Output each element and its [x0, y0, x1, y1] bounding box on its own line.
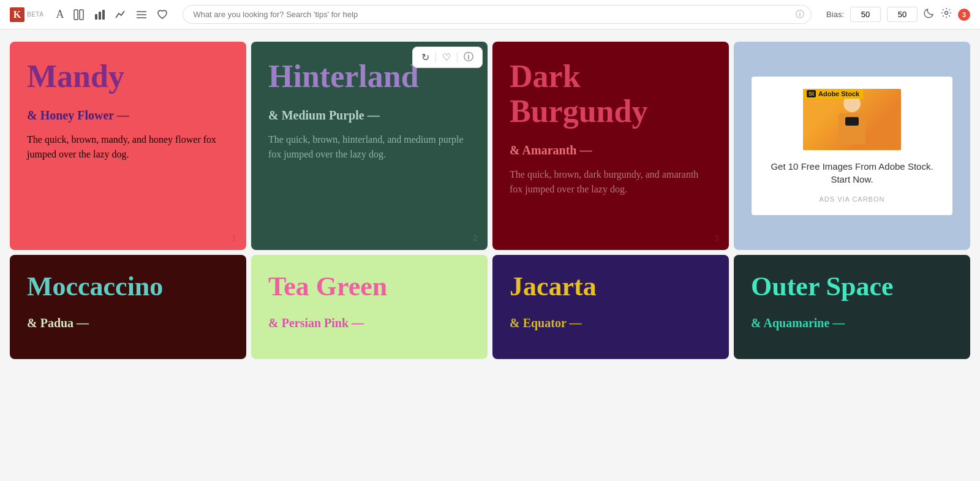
card-hinterland-number: 2 — [473, 233, 478, 243]
card-mandy-title: Mandy — [27, 59, 229, 94]
card-tea-green-subtitle: & Persian Pink — — [268, 316, 470, 330]
svg-point-8 — [945, 12, 948, 15]
card-moccaccino-title: Moccaccino — [27, 272, 229, 301]
card-dark-burgundy-body: The quick, brown, dark burgundy, and ama… — [510, 167, 712, 197]
ad-image: St Adobe Stock — [803, 89, 901, 150]
ad-stock-icon: St — [807, 90, 816, 97]
card-hinterland-subtitle: & Medium Purple — — [268, 108, 470, 123]
svg-rect-0 — [74, 10, 78, 20]
header-right: Bias: 3 — [826, 7, 970, 22]
toolbar-refresh-button[interactable]: ↻ — [418, 50, 433, 64]
card-moccaccino-subtitle: & Padua — — [27, 316, 229, 330]
card-outer-space[interactable]: Outer Space & Aquamarine — — [734, 255, 970, 359]
header-nav-icons: A — [56, 8, 168, 21]
ad-stock-text: Adobe Stock — [818, 90, 859, 97]
header: K BETA A — [0, 0, 980, 29]
svg-rect-3 — [99, 12, 101, 20]
heart-icon[interactable] — [157, 9, 168, 20]
logo[interactable]: K BETA — [10, 7, 43, 22]
chart-icon[interactable] — [94, 9, 105, 20]
font-icon[interactable]: A — [56, 8, 64, 21]
card-mandy[interactable]: Mandy & Honey Flower — The quick, brown,… — [10, 42, 246, 250]
dark-mode-icon[interactable] — [924, 7, 935, 21]
columns-icon[interactable] — [74, 9, 85, 20]
toolbar-info-button[interactable]: ⓘ — [460, 50, 477, 65]
search-input[interactable] — [183, 5, 812, 24]
card-dark-burgundy[interactable]: Dark Burgundy & Amaranth — The quick, br… — [492, 42, 729, 250]
card-outer-space-title: Outer Space — [751, 272, 953, 301]
ad-via: ADS VIA CARBON — [820, 195, 885, 203]
search-bar: ⓘ — [183, 5, 812, 24]
settings-icon[interactable] — [941, 7, 952, 21]
beta-badge: BETA — [27, 11, 43, 18]
card-dark-burgundy-title: Dark Burgundy — [510, 59, 712, 129]
card-hinterland[interactable]: ↻ ♡ ⓘ Hinterland & Medium Purple — The q… — [251, 42, 488, 250]
card-outer-space-subtitle: & Aquamarine — — [751, 316, 953, 330]
card-mandy-body: The quick, brown, mandy, and honey flowe… — [27, 132, 229, 162]
card-hinterland-body: The quick, brown, hinterland, and medium… — [268, 132, 470, 162]
card-tea-green[interactable]: Tea Green & Persian Pink — — [251, 255, 488, 359]
bias-input-2[interactable] — [887, 7, 918, 22]
card-tea-green-title: Tea Green — [268, 272, 470, 301]
card-ad[interactable]: St Adobe Stock Get 10 Free Images From A… — [734, 42, 970, 250]
main-content: Mandy & Honey Flower — The quick, brown,… — [0, 29, 980, 371]
toolbar-divider-1 — [435, 53, 436, 62]
notification-badge[interactable]: 3 — [958, 9, 970, 21]
card-moccaccino[interactable]: Moccaccino & Padua — — [10, 255, 246, 359]
card-jacarta-title: Jacarta — [510, 272, 712, 301]
card-jacarta-subtitle: & Equator — — [510, 316, 712, 330]
search-info-icon[interactable]: ⓘ — [796, 9, 804, 20]
card-mandy-number: 1 — [232, 233, 236, 243]
card-dark-burgundy-number: 3 — [715, 233, 719, 243]
bias-input-1[interactable] — [850, 7, 881, 22]
ad-text: Get 10 Free Images From Adobe Stock. Sta… — [764, 160, 940, 186]
ad-stock-label: St Adobe Stock — [803, 89, 863, 99]
bias-label: Bias: — [826, 10, 844, 19]
card-toolbar: ↻ ♡ ⓘ — [412, 47, 483, 68]
list-icon[interactable] — [136, 9, 147, 20]
line-chart-icon[interactable] — [115, 9, 126, 20]
toolbar-divider-2 — [457, 53, 458, 62]
card-dark-burgundy-subtitle: & Amaranth — — [510, 143, 712, 157]
color-grid: Mandy & Honey Flower — The quick, brown,… — [10, 42, 970, 359]
svg-rect-4 — [102, 10, 105, 20]
svg-rect-1 — [80, 10, 83, 20]
svg-rect-2 — [95, 14, 97, 20]
logo-k: K — [10, 7, 24, 22]
card-jacarta[interactable]: Jacarta & Equator — — [492, 255, 729, 359]
ad-inner: St Adobe Stock Get 10 Free Images From A… — [752, 77, 952, 215]
toolbar-heart-button[interactable]: ♡ — [439, 50, 454, 64]
card-mandy-subtitle: & Honey Flower — — [27, 108, 229, 123]
